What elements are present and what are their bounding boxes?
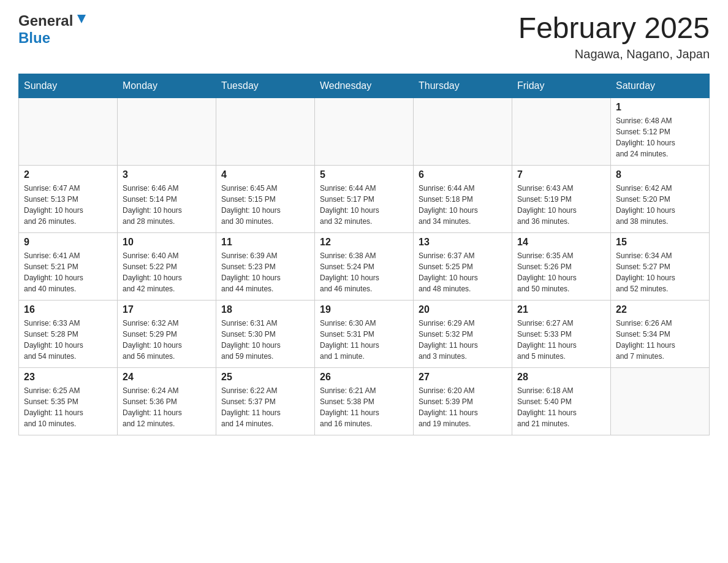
calendar-cell: 20Sunrise: 6:29 AM Sunset: 5:32 PM Dayli… bbox=[414, 300, 512, 367]
calendar-cell: 1Sunrise: 6:48 AM Sunset: 5:12 PM Daylig… bbox=[611, 98, 710, 165]
day-number: 13 bbox=[419, 237, 507, 248]
calendar-week-3: 9Sunrise: 6:41 AM Sunset: 5:21 PM Daylig… bbox=[19, 232, 710, 300]
day-info: Sunrise: 6:29 AM Sunset: 5:32 PM Dayligh… bbox=[419, 318, 507, 362]
day-number: 26 bbox=[320, 372, 408, 383]
calendar-cell: 25Sunrise: 6:22 AM Sunset: 5:37 PM Dayli… bbox=[216, 367, 315, 435]
calendar-week-5: 23Sunrise: 6:25 AM Sunset: 5:35 PM Dayli… bbox=[19, 367, 710, 435]
day-info: Sunrise: 6:40 AM Sunset: 5:22 PM Dayligh… bbox=[123, 250, 211, 294]
day-number: 1 bbox=[616, 102, 704, 113]
calendar-week-1: 1Sunrise: 6:48 AM Sunset: 5:12 PM Daylig… bbox=[19, 98, 710, 165]
calendar-cell: 24Sunrise: 6:24 AM Sunset: 5:36 PM Dayli… bbox=[118, 367, 216, 435]
weekday-header-monday: Monday bbox=[118, 74, 216, 98]
day-info: Sunrise: 6:30 AM Sunset: 5:31 PM Dayligh… bbox=[320, 318, 408, 362]
day-info: Sunrise: 6:41 AM Sunset: 5:21 PM Dayligh… bbox=[24, 250, 112, 294]
calendar-cell bbox=[512, 98, 611, 165]
calendar-week-4: 16Sunrise: 6:33 AM Sunset: 5:28 PM Dayli… bbox=[19, 300, 710, 367]
day-info: Sunrise: 6:25 AM Sunset: 5:35 PM Dayligh… bbox=[24, 385, 112, 429]
day-info: Sunrise: 6:26 AM Sunset: 5:34 PM Dayligh… bbox=[616, 318, 704, 362]
calendar-cell: 28Sunrise: 6:18 AM Sunset: 5:40 PM Dayli… bbox=[512, 367, 611, 435]
calendar-cell: 10Sunrise: 6:40 AM Sunset: 5:22 PM Dayli… bbox=[118, 232, 216, 300]
day-info: Sunrise: 6:46 AM Sunset: 5:14 PM Dayligh… bbox=[123, 183, 211, 227]
calendar-cell: 11Sunrise: 6:39 AM Sunset: 5:23 PM Dayli… bbox=[216, 232, 315, 300]
calendar-header: SundayMondayTuesdayWednesdayThursdayFrid… bbox=[19, 74, 710, 98]
month-title: February 2025 bbox=[518, 12, 710, 45]
svg-marker-0 bbox=[77, 15, 86, 23]
page-header: General Blue February 2025 Nagawa, Nagan… bbox=[18, 12, 710, 61]
calendar-cell: 5Sunrise: 6:44 AM Sunset: 5:17 PM Daylig… bbox=[315, 165, 414, 232]
day-info: Sunrise: 6:39 AM Sunset: 5:23 PM Dayligh… bbox=[221, 250, 309, 294]
weekday-header-tuesday: Tuesday bbox=[216, 74, 315, 98]
day-info: Sunrise: 6:31 AM Sunset: 5:30 PM Dayligh… bbox=[221, 318, 309, 362]
day-number: 28 bbox=[517, 372, 605, 383]
logo: General Blue bbox=[18, 12, 88, 47]
day-info: Sunrise: 6:32 AM Sunset: 5:29 PM Dayligh… bbox=[123, 318, 211, 362]
day-info: Sunrise: 6:27 AM Sunset: 5:33 PM Dayligh… bbox=[517, 318, 605, 362]
day-number: 19 bbox=[320, 304, 408, 315]
day-number: 16 bbox=[24, 304, 112, 315]
calendar-cell: 26Sunrise: 6:21 AM Sunset: 5:38 PM Dayli… bbox=[315, 367, 414, 435]
day-number: 18 bbox=[221, 304, 309, 315]
day-number: 20 bbox=[419, 304, 507, 315]
day-number: 11 bbox=[221, 237, 309, 248]
calendar-cell: 12Sunrise: 6:38 AM Sunset: 5:24 PM Dayli… bbox=[315, 232, 414, 300]
day-info: Sunrise: 6:18 AM Sunset: 5:40 PM Dayligh… bbox=[517, 385, 605, 429]
logo-arrow-icon bbox=[75, 12, 88, 26]
weekday-header-saturday: Saturday bbox=[611, 74, 710, 98]
day-info: Sunrise: 6:43 AM Sunset: 5:19 PM Dayligh… bbox=[517, 183, 605, 227]
calendar-cell: 2Sunrise: 6:47 AM Sunset: 5:13 PM Daylig… bbox=[19, 165, 118, 232]
calendar-cell: 8Sunrise: 6:42 AM Sunset: 5:20 PM Daylig… bbox=[611, 165, 710, 232]
calendar-cell: 9Sunrise: 6:41 AM Sunset: 5:21 PM Daylig… bbox=[19, 232, 118, 300]
day-number: 17 bbox=[123, 304, 211, 315]
weekday-header-thursday: Thursday bbox=[414, 74, 512, 98]
weekday-header-sunday: Sunday bbox=[19, 74, 118, 98]
day-number: 27 bbox=[419, 372, 507, 383]
calendar-cell: 3Sunrise: 6:46 AM Sunset: 5:14 PM Daylig… bbox=[118, 165, 216, 232]
day-info: Sunrise: 6:44 AM Sunset: 5:17 PM Dayligh… bbox=[320, 183, 408, 227]
day-number: 7 bbox=[517, 169, 605, 180]
day-info: Sunrise: 6:45 AM Sunset: 5:15 PM Dayligh… bbox=[221, 183, 309, 227]
calendar-cell bbox=[414, 98, 512, 165]
location-title: Nagawa, Nagano, Japan bbox=[518, 47, 710, 61]
calendar-cell: 7Sunrise: 6:43 AM Sunset: 5:19 PM Daylig… bbox=[512, 165, 611, 232]
day-number: 12 bbox=[320, 237, 408, 248]
calendar-cell: 14Sunrise: 6:35 AM Sunset: 5:26 PM Dayli… bbox=[512, 232, 611, 300]
day-number: 2 bbox=[24, 169, 112, 180]
day-number: 8 bbox=[616, 169, 704, 180]
calendar-cell bbox=[315, 98, 414, 165]
day-info: Sunrise: 6:35 AM Sunset: 5:26 PM Dayligh… bbox=[517, 250, 605, 294]
day-info: Sunrise: 6:48 AM Sunset: 5:12 PM Dayligh… bbox=[616, 115, 704, 159]
day-number: 22 bbox=[616, 304, 704, 315]
calendar-week-2: 2Sunrise: 6:47 AM Sunset: 5:13 PM Daylig… bbox=[19, 165, 710, 232]
calendar-cell: 16Sunrise: 6:33 AM Sunset: 5:28 PM Dayli… bbox=[19, 300, 118, 367]
day-info: Sunrise: 6:24 AM Sunset: 5:36 PM Dayligh… bbox=[123, 385, 211, 429]
day-number: 5 bbox=[320, 169, 408, 180]
calendar-cell: 19Sunrise: 6:30 AM Sunset: 5:31 PM Dayli… bbox=[315, 300, 414, 367]
calendar-cell bbox=[611, 367, 710, 435]
calendar-cell: 17Sunrise: 6:32 AM Sunset: 5:29 PM Dayli… bbox=[118, 300, 216, 367]
calendar-cell: 15Sunrise: 6:34 AM Sunset: 5:27 PM Dayli… bbox=[611, 232, 710, 300]
calendar-cell: 4Sunrise: 6:45 AM Sunset: 5:15 PM Daylig… bbox=[216, 165, 315, 232]
day-info: Sunrise: 6:21 AM Sunset: 5:38 PM Dayligh… bbox=[320, 385, 408, 429]
day-info: Sunrise: 6:20 AM Sunset: 5:39 PM Dayligh… bbox=[419, 385, 507, 429]
logo-blue-text: Blue bbox=[18, 29, 50, 47]
calendar-cell: 21Sunrise: 6:27 AM Sunset: 5:33 PM Dayli… bbox=[512, 300, 611, 367]
day-number: 10 bbox=[123, 237, 211, 248]
day-info: Sunrise: 6:47 AM Sunset: 5:13 PM Dayligh… bbox=[24, 183, 112, 227]
day-info: Sunrise: 6:38 AM Sunset: 5:24 PM Dayligh… bbox=[320, 250, 408, 294]
calendar-cell: 18Sunrise: 6:31 AM Sunset: 5:30 PM Dayli… bbox=[216, 300, 315, 367]
weekday-header-wednesday: Wednesday bbox=[315, 74, 414, 98]
calendar-cell bbox=[118, 98, 216, 165]
weekday-header-friday: Friday bbox=[512, 74, 611, 98]
calendar-cell: 23Sunrise: 6:25 AM Sunset: 5:35 PM Dayli… bbox=[19, 367, 118, 435]
day-info: Sunrise: 6:34 AM Sunset: 5:27 PM Dayligh… bbox=[616, 250, 704, 294]
calendar-cell: 6Sunrise: 6:44 AM Sunset: 5:18 PM Daylig… bbox=[414, 165, 512, 232]
day-number: 23 bbox=[24, 372, 112, 383]
day-number: 9 bbox=[24, 237, 112, 248]
day-info: Sunrise: 6:22 AM Sunset: 5:37 PM Dayligh… bbox=[221, 385, 309, 429]
day-number: 3 bbox=[123, 169, 211, 180]
calendar-cell bbox=[19, 98, 118, 165]
logo-general-text: General bbox=[18, 12, 73, 29]
calendar-cell: 13Sunrise: 6:37 AM Sunset: 5:25 PM Dayli… bbox=[414, 232, 512, 300]
calendar-cell: 22Sunrise: 6:26 AM Sunset: 5:34 PM Dayli… bbox=[611, 300, 710, 367]
calendar-body: 1Sunrise: 6:48 AM Sunset: 5:12 PM Daylig… bbox=[19, 98, 710, 435]
